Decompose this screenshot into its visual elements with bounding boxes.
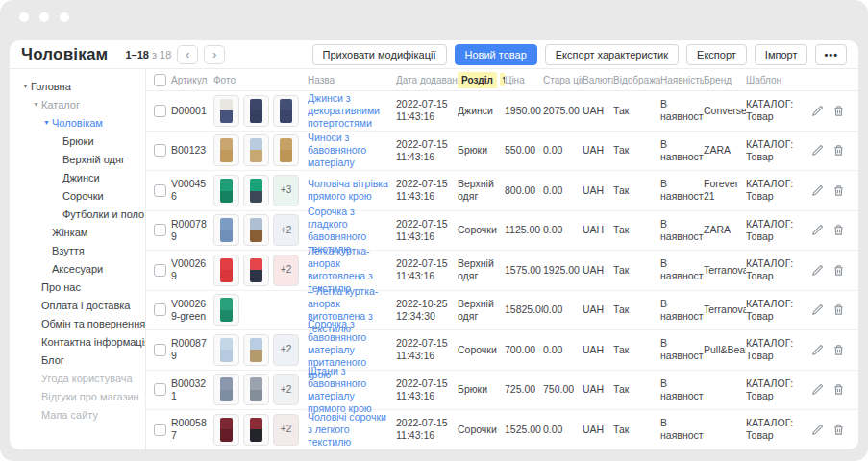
product-name-link[interactable]: Чиноси з бавовняного матеріалу — [308, 132, 366, 168]
edit-icon[interactable] — [811, 264, 824, 277]
delete-icon[interactable] — [832, 344, 845, 356]
admin-panel: Чоловікам 1–18 з 18 ‹ › Приховати модифі… — [10, 40, 858, 449]
edit-icon[interactable] — [811, 383, 824, 396]
row-checkbox[interactable] — [154, 344, 166, 356]
column-header: Шаблон — [746, 75, 804, 85]
cell-photos: +2 — [213, 374, 303, 405]
sidebar-item[interactable]: ▼ Про нас — [10, 278, 145, 296]
cell-display: Так — [613, 264, 660, 277]
delete-icon[interactable] — [832, 144, 845, 157]
sidebar-item[interactable]: ▼ Блог — [10, 351, 145, 369]
sidebar-item-label: Головна — [31, 81, 71, 92]
sidebar-item[interactable]: ▼ Мапа сайту — [10, 405, 145, 424]
sidebar-item[interactable]: ▼ Жінкам — [10, 223, 145, 241]
prev-page-button[interactable]: ‹ — [177, 45, 198, 64]
product-name-link[interactable]: Штани з бавовняного матеріалу прямого кр… — [308, 365, 372, 414]
product-name-link[interactable]: Джинси з декоративними потертостями — [308, 92, 380, 129]
cell-section: Сорочки — [458, 344, 505, 356]
sidebar-item[interactable]: ▼ Брюки — [10, 132, 145, 150]
cell-sku: V000456 — [171, 178, 213, 203]
edit-icon[interactable] — [811, 224, 824, 236]
delete-icon[interactable] — [832, 184, 845, 197]
product-photo — [213, 334, 239, 366]
delete-icon[interactable] — [832, 224, 845, 236]
row-checkbox[interactable] — [154, 383, 166, 396]
cell-date: 2022-07-15 11:43:16 — [396, 138, 458, 163]
cell-brand: Pull&Bear — [704, 344, 746, 356]
next-page-button[interactable]: › — [204, 45, 225, 64]
product-photo — [213, 175, 239, 206]
sidebar-item[interactable]: ▼ Взуття — [10, 241, 145, 259]
cell-section: Брюки — [458, 144, 505, 157]
delete-icon[interactable] — [832, 383, 845, 396]
column-header: Дата додавання — [396, 75, 458, 85]
sidebar-item[interactable]: ▼ Футболки и поло — [10, 205, 145, 223]
edit-icon[interactable] — [811, 184, 824, 197]
edit-icon[interactable] — [811, 303, 824, 316]
sidebar-item[interactable]: ▼ Угода користувача — [10, 369, 145, 387]
cell-template: КАТАЛОГ: Товар — [746, 218, 804, 243]
row-checkbox[interactable] — [154, 184, 166, 197]
cell-brand: ZARA — [704, 224, 746, 236]
sidebar-item[interactable]: ▼ Відгуки про магазин — [10, 387, 145, 405]
cell-brand: Converse — [704, 105, 746, 117]
edit-icon[interactable] — [811, 144, 824, 157]
sidebar-item-label: Сорочки — [62, 190, 104, 202]
sidebar-item[interactable]: ▼ Каталог — [10, 95, 145, 113]
hide-modifications-button[interactable]: Приховати модифікації — [312, 44, 447, 65]
select-all-checkbox[interactable] — [154, 74, 166, 86]
row-checkbox[interactable] — [154, 144, 166, 157]
cell-currency: UAH — [583, 303, 613, 316]
delete-icon[interactable] — [832, 264, 845, 277]
edit-icon[interactable] — [811, 344, 824, 356]
sidebar-item[interactable]: ▼ Джинси — [10, 168, 145, 186]
product-name-link[interactable]: Чоловіча вітрівка прямого крою — [308, 178, 388, 202]
sidebar-item[interactable]: ▼ Контактна інформація — [10, 332, 145, 351]
cell-section: Сорочки — [458, 424, 505, 436]
cell-brand: Forever 21 — [704, 178, 746, 203]
row-checkbox[interactable] — [154, 264, 166, 277]
row-checkbox[interactable] — [154, 303, 166, 316]
sidebar-item-active[interactable]: ▼ Чоловікам — [10, 113, 145, 132]
cell-price: 550.00 — [505, 144, 543, 157]
cell-template: КАТАЛОГ: Товар — [746, 337, 804, 362]
edit-icon[interactable] — [811, 424, 824, 436]
cell-currency: UAH — [583, 383, 613, 396]
column-header: Стара ціна — [543, 75, 583, 85]
cell-brand: Terranova — [704, 303, 746, 316]
delete-icon[interactable] — [832, 105, 845, 117]
row-checkbox[interactable] — [154, 105, 166, 117]
product-photo — [243, 95, 269, 127]
table-row: R000789 +2 Сорочка з гладкого бавовняног… — [146, 211, 858, 252]
window-dot-icon — [19, 12, 29, 22]
cell-display: Так — [613, 184, 660, 197]
product-name-link[interactable]: Чоловічі сорочки з легкого текстилю — [308, 411, 386, 448]
table-row: V000269-green – Легка куртка-анорак виго… — [146, 291, 858, 331]
header-checkbox-cell — [146, 74, 171, 86]
edit-icon[interactable] — [811, 105, 824, 117]
table-row: D00001 Джинси з декоративними потертостя… — [146, 91, 858, 132]
export-button[interactable]: Експорт — [686, 44, 747, 65]
row-checkbox[interactable] — [154, 424, 166, 436]
row-checkbox[interactable] — [154, 224, 166, 236]
sidebar-item[interactable]: ▼ Сорочки — [10, 186, 145, 205]
cell-section: Брюки — [458, 383, 505, 396]
import-button[interactable]: Імпорт — [755, 44, 808, 65]
sidebar-item[interactable]: ▼ Аксесуари — [10, 259, 145, 278]
window-dot-icon — [60, 12, 69, 22]
sidebar-item[interactable]: ▼ Обмін та повернення — [10, 314, 145, 332]
sidebar-item[interactable]: ▼ Оплата і доставка — [10, 296, 145, 314]
more-actions-button[interactable]: ••• — [815, 44, 847, 65]
delete-icon[interactable] — [832, 424, 845, 436]
sidebar-item[interactable]: ▼ Верхній одяг — [10, 150, 145, 168]
column-header-sorted[interactable]: Розділ — [458, 72, 505, 88]
column-header: Ціна — [505, 75, 543, 85]
sidebar-item-label: Блог — [41, 354, 64, 366]
new-product-button[interactable]: Новий товар — [455, 44, 537, 65]
export-attributes-button[interactable]: Експорт характеристик — [545, 44, 679, 65]
sidebar-item[interactable]: ▼ Головна — [10, 77, 145, 95]
more-photos-badge: +2 — [273, 214, 299, 246]
delete-icon[interactable] — [832, 303, 845, 316]
cell-old-price: 0.00 — [543, 424, 583, 436]
cell-price: 1125.00 — [505, 224, 543, 236]
